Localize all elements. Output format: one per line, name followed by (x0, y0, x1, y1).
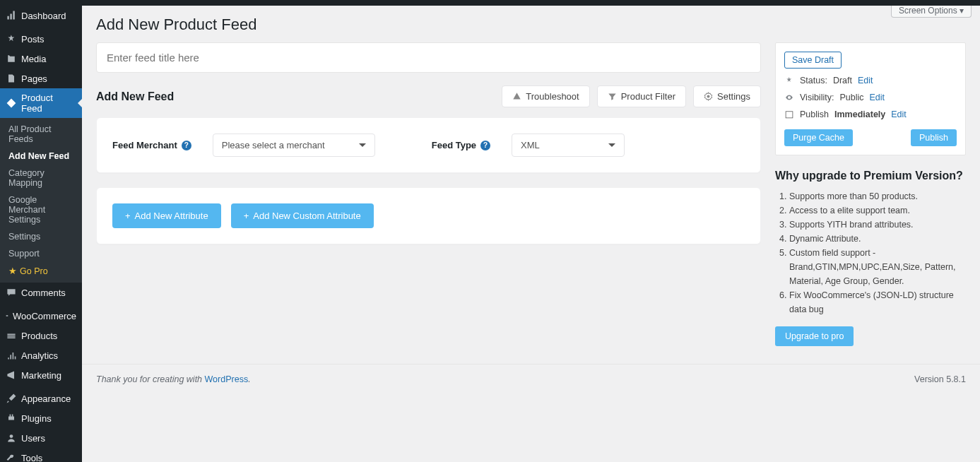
merchant-select[interactable]: Please select a merchant (213, 134, 375, 157)
sidebar-submenu: All Product Feeds Add New Feed Category … (0, 118, 82, 283)
marketing-icon (6, 369, 17, 381)
help-icon[interactable]: ? (182, 141, 191, 150)
warning-icon (512, 92, 521, 101)
sub-support[interactable]: Support (0, 245, 82, 262)
edit-publish-link[interactable]: Edit (891, 109, 907, 119)
sidebar-item-tools[interactable]: Tools (0, 448, 82, 462)
sidebar-label: Product Feed (21, 93, 76, 114)
svg-point-1 (10, 434, 13, 438)
button-label: Product Filter (621, 91, 675, 102)
svg-rect-0 (6, 315, 8, 316)
tools-icon (6, 452, 17, 462)
add-attribute-button[interactable]: + Add New Attribute (112, 203, 221, 228)
brush-icon (6, 393, 17, 404)
purge-cache-button[interactable]: Purge Cache (784, 129, 853, 146)
sidebar-label: Posts (21, 34, 45, 45)
filter-icon (608, 92, 617, 101)
version-text: Version 5.8.1 (914, 374, 966, 384)
woocommerce-icon (6, 310, 8, 321)
admin-sidebar: Dashboard Posts Media Pages Product Feed… (0, 6, 82, 462)
list-item: Custom field support - Brand,GTIN,MPN,UP… (789, 246, 966, 288)
list-item: Access to a elite support team. (789, 203, 966, 218)
sidebar-item-appearance[interactable]: Appearance (0, 389, 82, 408)
svg-point-3 (707, 95, 710, 98)
status-value: Draft (833, 76, 852, 85)
svg-rect-4 (786, 112, 793, 118)
sidebar-item-posts[interactable]: Posts (0, 29, 82, 49)
upgrade-box: Why upgrade to Premium Version? Supports… (775, 170, 966, 346)
sidebar-label: WooCommerce (13, 311, 76, 321)
button-label: Add New Attribute (135, 211, 208, 221)
add-custom-attribute-button[interactable]: + Add New Custom Attribute (231, 203, 374, 228)
upgrade-list: Supports more than 50 products. Access t… (775, 189, 966, 316)
sidebar-item-woocommerce[interactable]: WooCommerce (0, 306, 82, 326)
users-icon (6, 432, 17, 444)
comments-icon (6, 287, 17, 298)
screen-options-toggle[interactable]: Screen Options ▾ (891, 6, 972, 18)
sidebar-label: Tools (21, 453, 42, 463)
merchant-panel: Feed Merchant ? Please select a merchant… (96, 117, 761, 173)
pin-icon (6, 33, 17, 45)
analytics-icon (6, 350, 17, 361)
plugins-icon (6, 413, 17, 424)
admin-topbar (0, 0, 980, 6)
status-label: Status: (800, 76, 827, 85)
select-value: XML (521, 140, 540, 150)
sidebar-item-product-feed[interactable]: Product Feed (0, 88, 82, 118)
sidebar-label: Analytics (21, 350, 58, 361)
sidebar-sub-label: Go Pro (20, 266, 48, 276)
section-title: Add New Feed (96, 90, 174, 103)
side-column: Save Draft Status: Draft Edit Visibility… (775, 42, 966, 360)
visibility-label: Visibility: (800, 93, 834, 102)
edit-visibility-link[interactable]: Edit (869, 93, 885, 102)
merchant-label: Feed Merchant ? (112, 140, 191, 150)
sidebar-label: Products (21, 331, 57, 341)
select-value: Please select a merchant (222, 140, 325, 150)
settings-button[interactable]: Settings (693, 85, 761, 107)
sidebar-label: Pages (21, 73, 47, 84)
feed-icon (6, 97, 17, 109)
sub-settings[interactable]: Settings (0, 228, 82, 245)
dashboard-icon (6, 10, 17, 21)
sidebar-label: Comments (21, 288, 66, 298)
visibility-value: Public (839, 93, 863, 102)
feed-type-select[interactable]: XML (512, 134, 625, 157)
wordpress-link[interactable]: WordPress (205, 374, 249, 384)
upgrade-button[interactable]: Upgrade to pro (775, 326, 854, 346)
list-item: Supports YITH brand attributes. (789, 218, 966, 232)
edit-status-link[interactable]: Edit (858, 76, 873, 85)
sidebar-item-comments[interactable]: Comments (0, 283, 82, 302)
sidebar-label: Plugins (21, 413, 52, 424)
sidebar-label: Marketing (21, 370, 61, 381)
sub-add-new[interactable]: Add New Feed (0, 148, 82, 165)
media-icon (6, 53, 17, 64)
pages-icon (6, 73, 17, 84)
sidebar-label: Dashboard (21, 11, 66, 21)
feed-title-input[interactable] (96, 42, 761, 73)
save-draft-button[interactable]: Save Draft (784, 52, 842, 69)
plus-icon: + (125, 211, 131, 221)
sub-all-feeds[interactable]: All Product Feeds (0, 121, 82, 148)
sub-go-pro[interactable]: ★ Go Pro (0, 262, 82, 280)
sub-google-merchant[interactable]: Google Merchant Settings (0, 191, 82, 228)
sidebar-item-users[interactable]: Users (0, 428, 82, 448)
sidebar-item-dashboard[interactable]: Dashboard (0, 6, 82, 25)
help-icon[interactable]: ? (480, 141, 490, 150)
feed-type-label: Feed Type ? (432, 140, 490, 150)
sidebar-label: Users (21, 433, 45, 444)
sidebar-item-marketing[interactable]: Marketing (0, 365, 82, 385)
sidebar-item-media[interactable]: Media (0, 49, 82, 69)
sidebar-item-products[interactable]: Products (0, 326, 82, 345)
sidebar-item-plugins[interactable]: Plugins (0, 408, 82, 428)
sub-category-mapping[interactable]: Category Mapping (0, 165, 82, 191)
product-filter-button[interactable]: Product Filter (597, 85, 686, 107)
sidebar-item-pages[interactable]: Pages (0, 69, 82, 88)
calendar-icon (784, 109, 794, 119)
list-item: Fix WooCommerce's (JSON-LD) structure da… (789, 288, 966, 316)
publish-button[interactable]: Publish (911, 129, 957, 146)
sidebar-item-analytics[interactable]: Analytics (0, 345, 82, 365)
attributes-panel: + Add New Attribute + Add New Custom Att… (96, 187, 761, 244)
admin-footer: Thank you for creating with WordPress. V… (82, 364, 980, 391)
publish-label: Publish (800, 109, 829, 119)
troubleshoot-button[interactable]: Troubleshoot (502, 85, 589, 107)
